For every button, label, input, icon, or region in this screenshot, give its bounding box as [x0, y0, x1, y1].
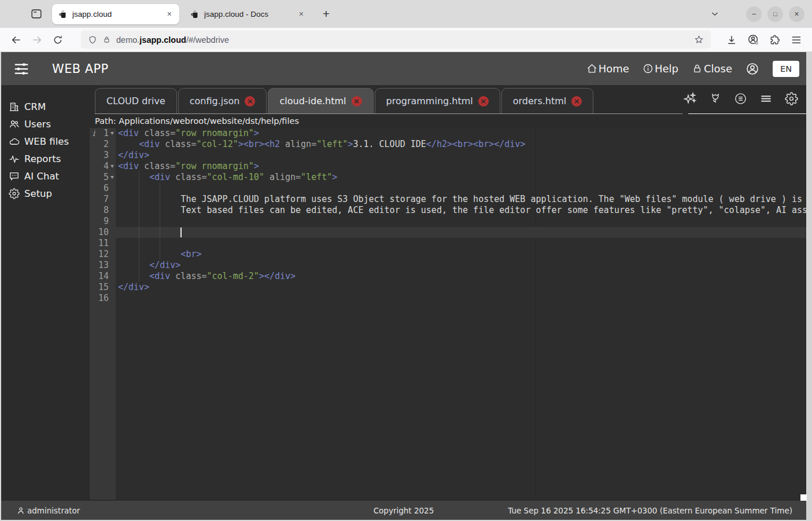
- gear-icon: [9, 188, 20, 199]
- sidebar-item-crm[interactable]: CRM: [1, 98, 90, 115]
- code-line[interactable]: 4<div class="row rnomargin">: [90, 161, 806, 172]
- extensions-puzzle-icon[interactable]: [769, 34, 781, 46]
- code-line[interactable]: 6: [90, 183, 806, 194]
- settings-gear-icon[interactable]: [785, 92, 798, 105]
- list-circle-icon[interactable]: [734, 92, 747, 105]
- menu-lines-icon[interactable]: [759, 92, 773, 105]
- browser-titlebar: jsapp.cloud × jsapp.cloud - Docs × + − □…: [0, 0, 812, 28]
- bookmark-star-icon[interactable]: [694, 35, 704, 45]
- new-tab-button[interactable]: +: [318, 7, 334, 21]
- sidebar: CRMUsersWEB filesReportsAI ChatSetup: [1, 85, 90, 500]
- code-line[interactable]: 16: [90, 293, 806, 304]
- footer-user: administrator: [16, 506, 80, 515]
- code-line[interactable]: 8 Text based files can be edited, ACE ed…: [90, 205, 806, 216]
- nav-close[interactable]: Close: [692, 63, 732, 75]
- close-window-button[interactable]: ×: [789, 6, 804, 22]
- sidebar-item-label: Setup: [24, 188, 52, 199]
- users-icon: [9, 119, 20, 130]
- scroll-corner: [800, 494, 807, 501]
- account-icon[interactable]: [747, 34, 759, 46]
- window-edge: [0, 52, 1, 520]
- forward-button[interactable]: [27, 30, 47, 50]
- tab-title: jsapp.cloud - Docs: [204, 10, 293, 19]
- fold-arrow-icon[interactable]: [110, 165, 114, 168]
- close-tab-icon[interactable]: ×: [352, 96, 362, 107]
- sidebar-item-label: CRM: [24, 101, 46, 112]
- line-number: 2: [90, 139, 116, 150]
- line-number: 6: [90, 183, 116, 194]
- indent-guide: [139, 249, 139, 260]
- code-line[interactable]: 11: [90, 238, 806, 249]
- language-button[interactable]: EN: [773, 61, 799, 77]
- home-icon: [586, 63, 597, 74]
- annotation-info-icon: i: [93, 128, 95, 139]
- sidebar-item-label: Reports: [24, 153, 61, 164]
- cloud-icon: [9, 136, 20, 147]
- maximize-button[interactable]: □: [767, 6, 783, 22]
- line-number: 3: [90, 150, 116, 161]
- code-line[interactable]: 5 <div class="col-md-10" align="left">: [90, 172, 806, 183]
- indent-guide: [139, 205, 139, 216]
- code-line[interactable]: 13 </div>: [90, 260, 806, 271]
- lock-icon[interactable]: [102, 35, 111, 44]
- editor-tab-cloud-drive[interactable]: CLOUD drive: [95, 88, 177, 113]
- tab-title: jsapp.cloud: [72, 10, 161, 19]
- code-line[interactable]: 14 <div class="col-md-2"></div>: [90, 271, 806, 282]
- nav-help[interactable]: Help: [643, 63, 678, 75]
- download-icon[interactable]: [726, 34, 737, 46]
- editor-tab-label: programming.html: [386, 96, 473, 107]
- reload-button[interactable]: [47, 30, 68, 50]
- indent-guide: [160, 216, 160, 227]
- editor-tab-orders-html[interactable]: orders.html×: [501, 88, 594, 113]
- indent-guide: [139, 271, 139, 282]
- browser-tab[interactable]: jsapp.cloud ×: [52, 4, 179, 24]
- nav-home[interactable]: Home: [586, 63, 629, 75]
- sidebar-item-users[interactable]: Users: [1, 115, 90, 133]
- sidebar-item-label: Users: [24, 119, 51, 130]
- code-line[interactable]: 2 <div class="col-12"><br><h2 align="lef…: [90, 139, 806, 150]
- close-tab-icon[interactable]: ×: [571, 96, 582, 107]
- browser-menu-icon[interactable]: [791, 34, 802, 46]
- tab-close-icon[interactable]: ×: [297, 9, 305, 19]
- user-avatar-icon[interactable]: [745, 62, 759, 76]
- line-number: 10: [90, 227, 116, 238]
- editor-tab-config-json[interactable]: config.json×: [178, 88, 267, 113]
- sidebar-item-reports[interactable]: Reports: [1, 150, 90, 167]
- code-line[interactable]: 7 The JSAPP.CLOUD platform uses S3 Objec…: [90, 194, 806, 205]
- shield-icon[interactable]: [88, 35, 97, 45]
- chat-icon: [9, 171, 20, 182]
- tab-list-chevron-icon[interactable]: [710, 9, 719, 19]
- indent-guide: [160, 205, 160, 216]
- ai-sparkles-icon[interactable]: [683, 91, 697, 105]
- back-button[interactable]: [6, 30, 27, 50]
- fold-arrow-icon[interactable]: [110, 176, 114, 179]
- code-line[interactable]: 10: [90, 227, 806, 238]
- editor-tab-programming-html[interactable]: programming.html×: [375, 88, 500, 113]
- sidebar-item-setup[interactable]: Setup: [1, 185, 90, 202]
- code-line[interactable]: 12 <br>: [90, 249, 806, 260]
- editor-tab-cloud-ide-html[interactable]: cloud-ide.html×: [268, 88, 373, 113]
- firefox-view-icon: [30, 8, 43, 20]
- code-editor[interactable]: i1<div class="row rnomargin">2 <div clas…: [90, 128, 806, 500]
- close-tab-icon[interactable]: ×: [245, 96, 255, 107]
- sidebar-item-web-files[interactable]: WEB files: [1, 133, 90, 150]
- code-line[interactable]: 15</div>: [90, 282, 806, 293]
- browser-tab[interactable]: jsapp.cloud - Docs ×: [184, 4, 311, 24]
- code-line[interactable]: i1<div class="row rnomargin">: [90, 128, 806, 139]
- url-bar[interactable]: demo.jsapp.cloud/#/webdrive: [81, 31, 711, 49]
- tab-close-icon[interactable]: ×: [165, 9, 174, 19]
- firefox-view-button[interactable]: [29, 6, 44, 21]
- minimize-button[interactable]: −: [746, 6, 762, 22]
- flower-icon[interactable]: [709, 92, 722, 105]
- page-scrollbar[interactable]: [806, 52, 812, 520]
- mug-favicon-icon: [190, 9, 200, 19]
- sidebar-item-ai-chat[interactable]: AI Chat: [1, 167, 90, 185]
- code-line[interactable]: 3</div>: [90, 150, 806, 161]
- fold-arrow-icon[interactable]: [110, 132, 114, 135]
- close-tab-icon[interactable]: ×: [478, 96, 489, 107]
- code-line[interactable]: 9: [90, 216, 806, 227]
- menu-sliders-icon[interactable]: [13, 60, 30, 78]
- footer: administrator Copyright 2025 Tue Sep 16 …: [1, 501, 806, 520]
- line-number: 16: [90, 293, 116, 304]
- sidebar-item-label: WEB files: [24, 136, 69, 147]
